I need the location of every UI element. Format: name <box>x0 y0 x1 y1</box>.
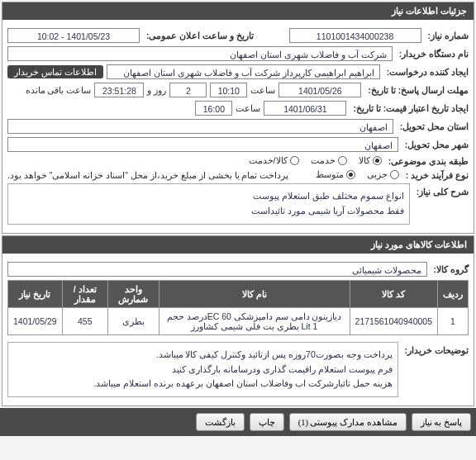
items-panel-body: گروه کالا: محصولات شیمیائی ردیف کد کالا … <box>2 254 474 406</box>
cell-qty: 455 <box>62 307 107 334</box>
radio-label-khedmat: خدمت <box>311 155 336 166</box>
attachments-button[interactable]: مشاهده مدارک پیوستی (1) <box>289 413 407 431</box>
radio-kala[interactable]: کالا <box>359 155 382 166</box>
radio-dot-icon <box>346 170 355 179</box>
details-panel-header: جزئیات اطلاعات نیاز <box>2 2 474 20</box>
radio-motavasset[interactable]: متوسط <box>316 169 355 180</box>
label-city2: شهر محل تحویل: <box>405 140 469 149</box>
field-need-no: 1101001434000238 <box>289 28 421 43</box>
back-button[interactable]: بازگشت <box>196 413 245 431</box>
radio-group-subject: کالا خدمت کالا/خدمت <box>249 155 382 166</box>
label-city1: استان محل تحویل: <box>400 121 469 131</box>
label-need-no: شماره نیاز: <box>428 31 469 40</box>
cell-code: 2171561040940005 <box>350 307 437 334</box>
table-header-row: ردیف کد کالا نام کالا واحد شمارش تعداد /… <box>8 280 469 307</box>
reply-button[interactable]: پاسخ به نیاز <box>412 413 471 431</box>
label-announce: تاریخ و ساعت اعلان عمومی: <box>146 31 254 40</box>
field-announce: 1401/05/23 - 10:02 <box>7 28 140 43</box>
back-label: بازگشت <box>205 417 236 427</box>
note-line3: هزینه حمل تائبارشرکت اب وفاضلاب استان اص… <box>13 377 393 391</box>
radio-dot-icon <box>290 156 299 165</box>
label-hour2: ساعت <box>236 103 260 113</box>
field-goods-group: محصولات شیمیائی <box>7 262 427 277</box>
payment-note: پرداخت تمام یا بخشی از مبلغ خرید،از محل … <box>7 170 288 180</box>
th-unit: واحد شمارش <box>107 280 159 307</box>
label-buyer-org: نام دستگاه خریدار: <box>399 49 469 59</box>
label-remaining: ساعت باقی مانده <box>26 85 92 95</box>
th-qty: تعداد / مقدار <box>62 280 107 307</box>
field-deadline-time: 10:10 <box>210 83 247 97</box>
details-panel-body: شماره نیاز: 1101001434000238 تاریخ و ساع… <box>2 20 474 233</box>
cell-name: دیازینون دامی سم دامپزشکی EC 60درصد حجم … <box>159 307 350 334</box>
cell-idx: 1 <box>438 307 469 334</box>
label-day: روز و <box>147 85 166 95</box>
label-goods-group: گروه کالا: <box>434 264 469 274</box>
radio-label-both: کالا/خدمت <box>249 155 288 166</box>
field-buyer-org: شرکت آب و فاضلاب شهری استان اصفهان <box>7 46 393 61</box>
radio-label-motavasset: متوسط <box>316 169 344 180</box>
field-city1: اصفهان <box>7 119 393 134</box>
items-panel-header: اطلاعات کالاهای مورد نیاز <box>2 236 474 254</box>
label-buyer-notes: توضیحات خریدار: <box>405 342 469 355</box>
contact-info-chip[interactable]: اطلاعات تماس خریدار <box>7 65 103 78</box>
label-validity: ایجاد تاریخ اعتبار قیمت: تا تاریخ: <box>353 103 469 113</box>
radio-khedmat[interactable]: خدمت <box>311 155 347 166</box>
label-purchase-type: نوع فرآیند خرید : <box>406 170 469 180</box>
th-code: کد کالا <box>350 280 437 307</box>
radio-dot-icon <box>390 170 399 179</box>
cell-date: 1401/05/29 <box>8 307 63 334</box>
label-subject-class: طبقه بندی موضوعی: <box>388 156 469 166</box>
footer-bar: پاسخ به نیاز مشاهده مدارک پیوستی (1) چاپ… <box>0 408 476 436</box>
attachments-label: مشاهده مدارک پیوستی (1) <box>298 417 397 427</box>
print-label: چاپ <box>259 417 275 427</box>
field-city2: اصفهان <box>7 137 398 152</box>
radio-jozi[interactable]: جزیی <box>367 169 399 180</box>
radio-dot-icon <box>373 156 382 165</box>
field-deadline-date: 1401/05/26 <box>278 83 361 97</box>
radio-label-kala: کالا <box>359 155 370 166</box>
th-name: نام کالا <box>159 280 350 307</box>
radio-dot-icon <box>338 156 347 165</box>
details-panel: جزئیات اطلاعات نیاز شماره نیاز: 11010014… <box>2 2 474 234</box>
table-row: 1 2171561040940005 دیازینون دامی سم دامپ… <box>8 307 469 334</box>
label-creator: ایجاد کننده درخواست: <box>387 67 469 77</box>
field-validity-time: 16:00 <box>195 101 232 116</box>
desc-line1: انواع سموم مختلف طبق استعلام پیوست <box>13 189 404 204</box>
buyer-notes-box: پرداخت وجه بصورت70روزه پس ازتائید وکنترل… <box>7 342 398 398</box>
general-desc-box: انواع سموم مختلف طبق استعلام پیوست فقط م… <box>7 183 410 225</box>
label-hour1: ساعت <box>250 85 275 95</box>
radio-label-jozi: جزیی <box>367 169 388 180</box>
th-idx: ردیف <box>438 280 469 307</box>
reply-label: پاسخ به نیاز <box>421 417 462 427</box>
field-creator: ابراهیم ابراهیمی کارپرداز شرکت آب و فاضل… <box>107 64 380 79</box>
note-line1: پرداخت وجه بصورت70روزه پس ازتائید وکنترل… <box>13 348 393 363</box>
note-line2: فرم پیوست استعلام راقیمت گذاری ودرسامانه… <box>13 363 393 377</box>
field-validity-date: 1401/06/31 <box>264 101 346 116</box>
print-button[interactable]: چاپ <box>250 413 284 431</box>
cell-unit: بطری <box>107 307 159 334</box>
radio-both[interactable]: کالا/خدمت <box>249 155 299 166</box>
items-panel: اطلاعات کالاهای مورد نیاز گروه کالا: محص… <box>2 235 474 407</box>
label-general-title: شرح کلی نیاز: <box>416 183 469 197</box>
field-days-left: 2 <box>169 83 207 97</box>
label-deadline: مهلت ارسال پاسخ: تا تاریخ: <box>368 85 469 95</box>
radio-group-purchase: جزیی متوسط <box>316 169 399 180</box>
th-date: تاریخ نیاز <box>8 280 63 307</box>
desc-line2: فقط محصولات آریا شیمی مورد تائیداست <box>13 204 404 219</box>
items-table: ردیف کد کالا نام کالا واحد شمارش تعداد /… <box>7 280 469 335</box>
field-time-left: 23:51:28 <box>94 83 144 97</box>
